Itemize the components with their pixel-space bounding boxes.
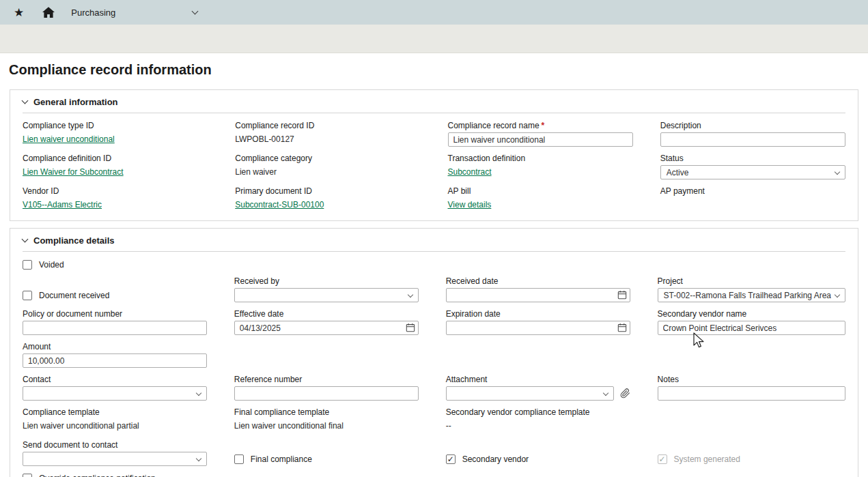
secondary-vendor-checkbox[interactable]: Secondary vendor (446, 454, 630, 464)
module-dropdown[interactable]: Purchasing (71, 8, 197, 18)
checkbox-label: Final compliance (251, 454, 312, 464)
field-label: Vendor ID (23, 187, 208, 196)
contact-select-value (29, 390, 193, 398)
document-received-checkbox[interactable]: Document received (23, 291, 207, 300)
project-select[interactable]: ST-002--Ramona Falls Trailhead Parking A… (658, 288, 845, 302)
chevron-down-icon (407, 291, 412, 297)
favorites-star-icon[interactable]: ★ (14, 7, 24, 18)
section-title: General information (33, 97, 118, 107)
secondary-vendor-name-input[interactable] (658, 321, 845, 335)
checkbox-label: Secondary vendor (462, 454, 529, 464)
calendar-icon[interactable] (406, 323, 415, 332)
field-project: Project ST-002--Ramona Falls Trailhead P… (658, 277, 845, 302)
ap-bill-view-details-link[interactable]: View details (448, 198, 492, 212)
received-by-select[interactable] (234, 288, 419, 302)
primary-document-id-link[interactable]: Subcontract-SUB-00100 (235, 198, 324, 212)
calendar-icon[interactable] (617, 323, 627, 332)
compliance-details-grid: Voided Document received Received by Rec… (23, 260, 845, 477)
checkbox-icon (446, 454, 456, 464)
received-date-input[interactable] (446, 288, 630, 302)
calendar-icon[interactable] (617, 290, 627, 300)
ap-payment-value (660, 198, 845, 208)
field-label: Received date (446, 277, 630, 286)
field-label: Status (660, 154, 845, 163)
field-ap-bill: AP bill View details (448, 187, 633, 212)
expiration-date-input[interactable] (446, 321, 630, 335)
amount-input[interactable] (23, 353, 207, 368)
field-label: Secondary vendor compliance template (446, 408, 630, 417)
compliance-type-id-link[interactable]: Lien waiver unconditional (23, 132, 115, 147)
paperclip-icon[interactable] (620, 388, 630, 399)
field-label: Compliance record ID (235, 121, 420, 130)
field-label: AP bill (448, 187, 633, 196)
attachment-select[interactable] (446, 386, 614, 401)
status-select-value: Active (667, 168, 831, 177)
checkbox-icon (23, 260, 32, 270)
field-label: Primary document ID (235, 187, 420, 196)
checkbox-label: System generated (674, 454, 740, 464)
checkbox-label: Document received (39, 291, 109, 300)
policy-or-document-number-input[interactable] (23, 321, 207, 335)
chevron-down-icon (22, 236, 29, 243)
status-select[interactable]: Active (660, 165, 845, 179)
reference-number-input[interactable] (234, 386, 419, 401)
general-information-grid: Compliance type ID Lien waiver unconditi… (23, 121, 845, 212)
field-label: Effective date (234, 310, 419, 319)
module-dropdown-label: Purchasing (71, 8, 115, 18)
compliance-definition-id-link[interactable]: Lien Waiver for Subcontract (23, 165, 124, 179)
field-ap-payment: AP payment (660, 187, 845, 212)
field-vendor-id: Vendor ID V105--Adams Electric (23, 187, 208, 212)
notes-input[interactable] (658, 386, 845, 401)
vendor-id-link[interactable]: V105--Adams Electric (23, 198, 102, 212)
field-label: Compliance category (235, 154, 420, 163)
chevron-down-icon (196, 455, 201, 461)
field-label: Expiration date (446, 310, 630, 319)
transaction-definition-link[interactable]: Subcontract (448, 165, 492, 179)
description-input[interactable] (660, 132, 845, 147)
override-compliance-notification-checkbox[interactable]: Override compliance notification (23, 474, 207, 477)
effective-date-input[interactable] (234, 321, 419, 335)
field-final-compliance-template: Final compliance template Lien waiver un… (234, 408, 419, 433)
field-compliance-definition-id: Compliance definition ID Lien Waiver for… (23, 154, 208, 179)
field-label: Description (660, 121, 845, 130)
checkbox-icon (23, 474, 32, 477)
final-compliance-checkbox[interactable]: Final compliance (234, 454, 419, 464)
contact-select[interactable] (23, 386, 207, 401)
received-by-select-value (240, 291, 404, 300)
section-title: Compliance details (33, 235, 114, 246)
checkbox-label: Voided (39, 260, 64, 270)
compliance-record-name-input[interactable] (448, 132, 633, 147)
field-label: Notes (658, 375, 845, 384)
field-label: Secondary vendor name (658, 310, 845, 319)
field-policy-or-document-number: Policy or document number (23, 310, 207, 335)
field-label: Contact (23, 375, 207, 384)
chevron-down-icon (835, 169, 840, 174)
chevron-down-icon (22, 98, 29, 104)
voided-checkbox[interactable]: Voided (23, 260, 207, 270)
checkbox-icon (234, 454, 244, 464)
compliance-template-value: Lien waiver unconditional partial (23, 419, 207, 433)
field-secondary-vendor-compliance-template: Secondary vendor compliance template -- (446, 408, 630, 433)
general-information-section-toggle[interactable]: General information (23, 97, 845, 113)
field-compliance-record-id: Compliance record ID LWPOBL-00127 (235, 121, 420, 147)
field-label: Compliance type ID (23, 121, 208, 130)
field-amount: Amount (23, 343, 207, 368)
home-icon[interactable] (42, 7, 55, 18)
field-compliance-template: Compliance template Lien waiver uncondit… (23, 408, 207, 433)
final-compliance-template-value: Lien waiver unconditional final (234, 419, 419, 433)
field-expiration-date: Expiration date (446, 310, 630, 335)
field-label: Transaction definition (448, 154, 633, 163)
field-compliance-type-id: Compliance type ID Lien waiver unconditi… (23, 121, 208, 147)
field-label: Compliance record name (448, 121, 633, 130)
field-secondary-vendor-name: Secondary vendor name (658, 310, 845, 335)
field-transaction-definition: Transaction definition Subcontract (448, 154, 633, 179)
chevron-down-icon (602, 390, 608, 395)
send-document-to-contact-select[interactable] (23, 452, 207, 466)
field-compliance-category: Compliance category Lien waiver (235, 154, 420, 179)
field-label: Policy or document number (23, 310, 207, 319)
field-notes: Notes (658, 375, 845, 401)
compliance-category-value: Lien waiver (235, 165, 420, 179)
field-label: Project (658, 277, 845, 286)
field-attachment: Attachment (446, 375, 630, 401)
compliance-details-section-toggle[interactable]: Compliance details (23, 235, 845, 252)
